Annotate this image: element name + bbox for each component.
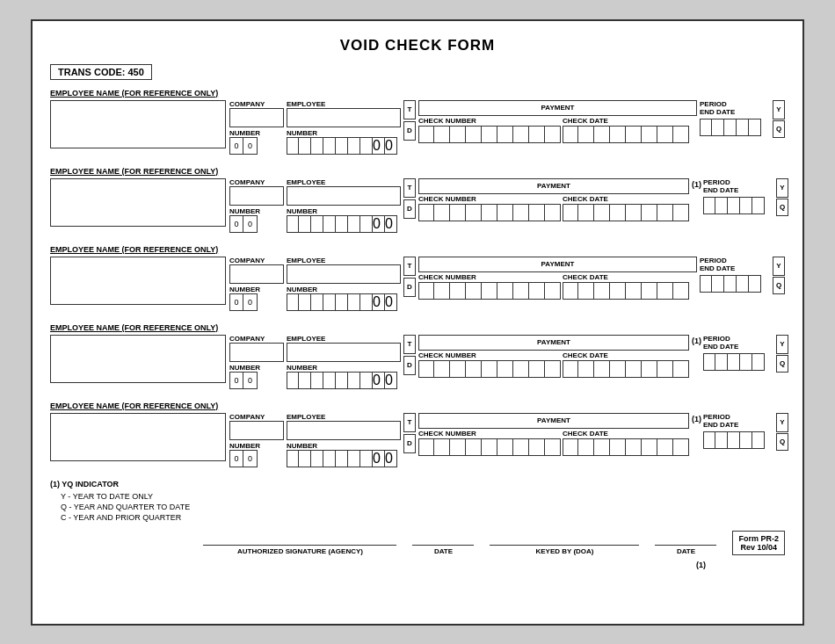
- emp-cell-1[interactable]: [287, 137, 299, 155]
- check-date-label-1: CHECK DATE: [563, 117, 697, 125]
- check-cells-1: [418, 126, 561, 143]
- emp-num-label-2: NUMBER: [287, 207, 401, 215]
- cell2-0[interactable]: 0: [229, 215, 243, 233]
- cc-4[interactable]: [466, 126, 482, 143]
- form-title: VOID CHECK FORM: [50, 37, 785, 54]
- cd-3[interactable]: [594, 126, 610, 143]
- company-label-1: COMPANY: [229, 100, 284, 108]
- emp-num-cells-1: 0 0: [287, 137, 401, 155]
- one-indicator-2: (1): [692, 178, 701, 189]
- cd-1[interactable]: [563, 126, 578, 143]
- form-id-box: Form PR-2 Rev 10/04: [732, 531, 785, 555]
- emp-cell-4[interactable]: [323, 137, 336, 155]
- payment-block-1: PAYMENT CHECK NUMBER: [418, 100, 697, 143]
- emp-cell-5[interactable]: [336, 137, 348, 155]
- cc-9[interactable]: [545, 126, 561, 143]
- cc-3[interactable]: [450, 126, 466, 143]
- cd-4[interactable]: [610, 126, 626, 143]
- sig-agency: AUTHORIZED SIGNATURE (AGENCY): [203, 545, 396, 555]
- td-block-1: T D: [403, 100, 416, 141]
- q-cell-1: Q: [773, 120, 785, 138]
- cd-2[interactable]: [578, 126, 594, 143]
- cell2-0b[interactable]: 0: [243, 215, 258, 233]
- sig-date1: DATE: [412, 545, 474, 555]
- form-row-5: EMPLOYEE NAME (FOR REFERENCE ONLY) COMPA…: [50, 402, 785, 467]
- emp-name-box-2[interactable]: [50, 178, 226, 227]
- number-label-2: NUMBER: [229, 207, 284, 215]
- period-label-1: PERIOD: [700, 100, 770, 108]
- signature-row: AUTHORIZED SIGNATURE (AGENCY) DATE KEYED…: [50, 531, 785, 555]
- employee-label-1: EMPLOYEE NAME (FOR REFERENCE ONLY): [50, 89, 785, 98]
- t-label-1: T: [403, 100, 416, 119]
- emp-cell-6[interactable]: [348, 137, 360, 155]
- emp-name-box-3[interactable]: [50, 257, 226, 305]
- company-label-2: COMPANY: [229, 178, 284, 186]
- employee-label-2: EMPLOYEE NAME (FOR REFERENCE ONLY): [50, 167, 785, 176]
- pc-1[interactable]: [700, 119, 712, 136]
- emp-num-input-1[interactable]: [287, 108, 401, 127]
- pc-3[interactable]: [724, 119, 737, 136]
- yq-block-1: Y Q: [773, 100, 785, 138]
- footnote-header: (1) YQ INDICATOR: [50, 480, 785, 488]
- cd-7[interactable]: [657, 126, 673, 143]
- company-input-1[interactable]: [229, 108, 284, 127]
- cc-8[interactable]: [529, 126, 545, 143]
- period-cells-1: [700, 119, 770, 136]
- sig-agency-label: AUTHORIZED SIGNATURE (AGENCY): [237, 547, 363, 555]
- y-cell-1: Y: [773, 100, 785, 119]
- company-input-2[interactable]: [229, 186, 284, 206]
- emp-cell-8[interactable]: 0: [373, 137, 385, 155]
- sig-keyed-label: KEYED BY (DOA): [535, 547, 593, 555]
- cc-5[interactable]: [482, 126, 497, 143]
- cd-8[interactable]: [673, 126, 689, 143]
- trans-code: TRANS CODE: 450: [50, 64, 152, 80]
- pc-5[interactable]: [749, 119, 761, 136]
- period-yq-with-one-2: (1) PERIOD END DATE Y Q: [692, 178, 788, 216]
- emp-name-box-1[interactable]: [50, 100, 226, 148]
- cd-5[interactable]: [626, 126, 642, 143]
- check-date-cells-1: [563, 126, 697, 143]
- form-rev-text: Rev 10/04: [738, 543, 779, 552]
- pc-2[interactable]: [712, 119, 724, 136]
- cell-0b[interactable]: 0: [243, 137, 258, 155]
- check-date-section-1: CHECK DATE: [563, 117, 697, 143]
- emp-num-label-1: NUMBER: [287, 129, 401, 137]
- emp-cell-7[interactable]: [360, 137, 373, 155]
- footnote-q: Q - YEAR AND QUARTER TO DATE: [61, 503, 785, 511]
- cell-0[interactable]: 0: [229, 137, 243, 155]
- company-num-cells-1: 0 0: [229, 137, 284, 155]
- cc-1[interactable]: [418, 126, 434, 143]
- form-row-3: EMPLOYEE NAME (FOR REFERENCE ONLY) COMPA…: [50, 245, 785, 311]
- cc-2[interactable]: [434, 126, 450, 143]
- payment-sub-1: CHECK NUMBER: [418, 117, 697, 143]
- check-number-label-1: CHECK NUMBER: [418, 117, 561, 125]
- pc-4[interactable]: [737, 119, 749, 136]
- d-label-1: D: [403, 121, 416, 141]
- company-block-2: COMPANY NUMBER 0 0: [229, 178, 284, 233]
- cd-6[interactable]: [642, 126, 657, 143]
- emp-cell-2[interactable]: [299, 137, 311, 155]
- emp-num-input-2[interactable]: [287, 186, 401, 206]
- cc-6[interactable]: [497, 126, 513, 143]
- emp-cell-9[interactable]: 0: [385, 137, 397, 155]
- row-grid-3: COMPANY NUMBER 0 0 EMPLOYEE NUMBER: [50, 257, 785, 311]
- form-row-4: EMPLOYEE NAME (FOR REFERENCE ONLY) COMPA…: [50, 323, 785, 389]
- payment-header-1: PAYMENT: [418, 100, 697, 116]
- sig-date1-label: DATE: [434, 547, 453, 555]
- sig-date2-label: DATE: [677, 547, 695, 555]
- form-id-text: Form PR-2: [738, 534, 779, 543]
- row-grid-1: COMPANY NUMBER 0 0 EMPLOYEE NUMBER: [50, 100, 785, 155]
- cc-7[interactable]: [513, 126, 529, 143]
- footnote-y: Y - YEAR TO DATE ONLY: [61, 492, 785, 501]
- emp-label-2: EMPLOYEE: [287, 178, 401, 186]
- emp-cell-3[interactable]: [311, 137, 323, 155]
- employee-label-5: EMPLOYEE NAME (FOR REFERENCE ONLY): [50, 402, 785, 410]
- payment-sub-2: CHECK NUMBER: [418, 195, 689, 221]
- form-row-2: EMPLOYEE NAME (FOR REFERENCE ONLY) COMPA…: [50, 167, 785, 233]
- emp-label-1: EMPLOYEE: [287, 100, 401, 108]
- form-row-1: EMPLOYEE NAME (FOR REFERENCE ONLY) COMPA…: [50, 89, 785, 155]
- employee-label-4: EMPLOYEE NAME (FOR REFERENCE ONLY): [50, 323, 785, 332]
- company-num-cells-2: 0 0: [229, 215, 284, 233]
- number-label-1: NUMBER: [229, 129, 284, 137]
- row-grid-2: COMPANY NUMBER 0 0 EMPLOYEE NUMBER: [50, 178, 785, 233]
